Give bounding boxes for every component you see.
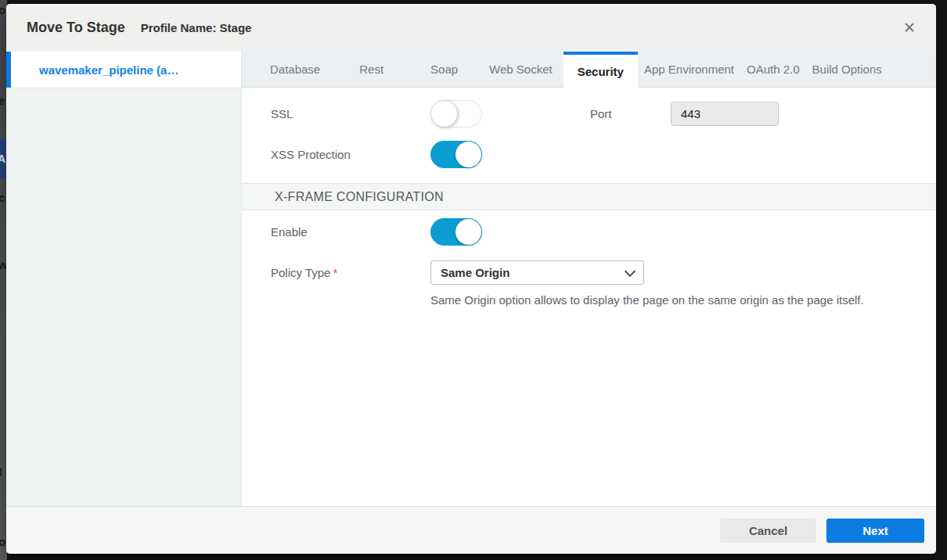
- sidebar-item-wavemaker-pipeline[interactable]: wavemaker_pipeline (a…: [6, 52, 241, 88]
- background-letter: t: [0, 465, 2, 478]
- xss-protection-toggle[interactable]: [430, 141, 482, 168]
- xframe-configuration-header: X-FRAME CONFIGURATION: [242, 183, 936, 210]
- tab-app-environment[interactable]: App Environment: [638, 52, 740, 87]
- policy-type-label-text: Policy Type: [271, 266, 330, 279]
- tab-oauth-20[interactable]: OAuth 2.0: [740, 52, 806, 87]
- background-letter: A: [0, 153, 5, 165]
- policy-type-selected-value: Same Origin: [441, 266, 510, 279]
- ssl-label: SSL: [271, 107, 430, 120]
- profile-name-label: Profile Name: Stage: [141, 21, 252, 34]
- tab-build-options[interactable]: Build Options: [806, 52, 888, 87]
- selected-accent-bar: [6, 52, 11, 88]
- tab-security[interactable]: Security: [564, 52, 638, 88]
- background-letter: o: [0, 3, 5, 16]
- pipeline-sidebar: wavemaker_pipeline (a…: [6, 52, 242, 506]
- xframe-enable-toggle[interactable]: [430, 218, 482, 246]
- xss-protection-row: XSS Protection: [271, 141, 936, 168]
- chevron-down-icon: [625, 265, 636, 276]
- ssl-toggle[interactable]: [430, 100, 482, 127]
- background-letter: e: [0, 94, 5, 107]
- xframe-enable-row: Enable: [271, 218, 936, 246]
- required-marker: *: [333, 266, 337, 279]
- port-label: Port: [590, 107, 671, 120]
- help-spacer: [271, 293, 430, 307]
- next-button[interactable]: Next: [826, 519, 924, 543]
- sidebar-item-label: wavemaker_pipeline (a…: [6, 63, 178, 77]
- policy-type-select[interactable]: Same Origin: [430, 260, 644, 285]
- port-input[interactable]: [671, 102, 779, 126]
- tab-web-socket[interactable]: Web Socket: [478, 52, 564, 87]
- ssl-row: SSL Port: [271, 100, 936, 127]
- cancel-button[interactable]: Cancel: [720, 519, 816, 543]
- close-icon[interactable]: ✕: [903, 20, 916, 35]
- tab-database[interactable]: Database: [256, 52, 334, 87]
- xss-protection-label: XSS Protection: [271, 148, 430, 161]
- move-to-stage-dialog: Move To Stage Profile Name: Stage ✕ wave…: [6, 4, 936, 554]
- security-panel: Database Rest Soap Web Socket Security A…: [242, 52, 936, 506]
- settings-tabbar: Database Rest Soap Web Socket Security A…: [242, 52, 936, 88]
- dialog-body: wavemaker_pipeline (a… Database Rest Soa…: [6, 52, 936, 506]
- dialog-header: Move To Stage Profile Name: Stage ✕: [6, 4, 936, 52]
- policy-type-label: Policy Type*: [271, 266, 430, 279]
- enable-label: Enable: [271, 225, 430, 239]
- background-letter: c: [0, 191, 5, 204]
- dialog-footer: Cancel Next: [6, 506, 936, 554]
- dialog-title: Move To Stage: [27, 20, 125, 36]
- background-letter: o: [0, 535, 5, 548]
- policy-type-row: Policy Type* Same Origin: [271, 260, 936, 285]
- toggle-knob: [455, 219, 481, 245]
- tab-soap[interactable]: Soap: [416, 52, 472, 87]
- toggle-knob: [431, 101, 457, 127]
- policy-help-row: Same Origin option allows to display the…: [271, 293, 936, 307]
- section-title: X-FRAME CONFIGURATION: [275, 190, 444, 204]
- policy-help-text: Same Origin option allows to display the…: [430, 293, 864, 307]
- security-form: SSL Port XSS Protection X-FRAME CONFIGUR…: [242, 88, 936, 506]
- tab-rest[interactable]: Rest: [345, 52, 398, 87]
- toggle-knob: [455, 142, 481, 167]
